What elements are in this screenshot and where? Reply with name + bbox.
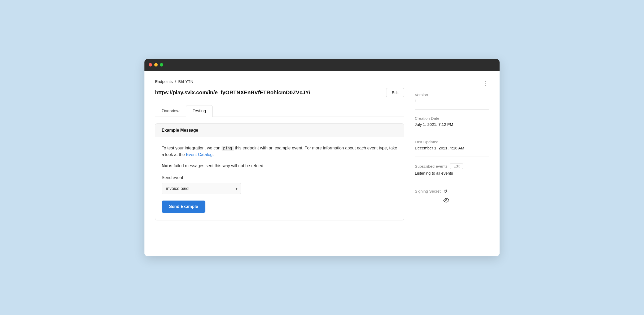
event-type-select-wrapper: invoice.paid invoice.failed order.create… (162, 183, 241, 194)
ping-code: ping (222, 146, 234, 151)
endpoint-header: https://play.svix.com/in/e_fyORTNXEnRVfE… (155, 88, 404, 97)
svg-point-0 (445, 199, 447, 201)
secret-dots: ············ (415, 198, 440, 203)
card-header: Example Message (155, 124, 404, 137)
event-catalog-link[interactable]: Event Catalog (186, 152, 213, 157)
version-label: Version (415, 92, 489, 97)
tabs-container: Overview Testing (155, 105, 404, 117)
version-section: Version 1 (415, 92, 489, 110)
refresh-icon[interactable]: ↺ (443, 188, 447, 194)
creation-date-value: July 1, 2021, 7:12 PM (415, 122, 489, 127)
signing-secret-section: Signing Secret ↺ ············ (415, 188, 489, 211)
subscribed-events-label: Subscribed events (415, 164, 447, 168)
description-text: To test your integration, we can ping th… (162, 145, 398, 158)
app-window: Endpoints / BhhYTN https://play.svix.com… (144, 59, 500, 256)
event-type-select[interactable]: invoice.paid invoice.failed order.create… (162, 183, 241, 194)
last-updated-value: December 1, 2021, 4:16 AM (415, 146, 489, 150)
subscribed-header: Subscribed events Edit (415, 163, 489, 169)
creation-date-label: Creation Date (415, 116, 489, 121)
endpoint-url: https://play.svix.com/in/e_fyORTNXEnRVfE… (155, 90, 310, 96)
side-panel: ⋮ Version 1 Creation Date July 1, 2021, … (415, 79, 489, 248)
card-body: To test your integration, we can ping th… (155, 137, 404, 220)
example-message-card: Example Message To test your integration… (155, 123, 404, 221)
window-content: Endpoints / BhhYTN https://play.svix.com… (144, 71, 500, 256)
breadcrumb-separator: / (175, 79, 176, 84)
version-value: 1 (415, 99, 489, 103)
last-updated-section: Last Updated December 1, 2021, 4:16 AM (415, 140, 489, 157)
send-example-button[interactable]: Send Example (162, 201, 205, 213)
eye-icon[interactable] (443, 197, 449, 205)
send-event-label: Send event (162, 175, 398, 180)
card-title: Example Message (162, 128, 198, 132)
maximize-button[interactable] (160, 63, 163, 66)
signing-secret-header: Signing Secret ↺ (415, 188, 489, 194)
subscribed-events-value: Listening to all events (415, 171, 489, 175)
secret-row: ············ (415, 197, 489, 205)
last-updated-label: Last Updated (415, 140, 489, 144)
breadcrumb-current: BhhYTN (178, 79, 193, 84)
breadcrumb-parent[interactable]: Endpoints (155, 79, 173, 84)
side-panel-header: ⋮ (415, 80, 489, 87)
edit-endpoint-button[interactable]: Edit (386, 88, 404, 97)
title-bar (144, 59, 500, 71)
creation-date-section: Creation Date July 1, 2021, 7:12 PM (415, 116, 489, 133)
more-options-icon[interactable]: ⋮ (483, 80, 489, 87)
main-panel: Endpoints / BhhYTN https://play.svix.com… (155, 79, 404, 248)
minimize-button[interactable] (154, 63, 158, 66)
note-text: Note: failed messages sent this way will… (162, 162, 398, 169)
breadcrumb: Endpoints / BhhYTN (155, 79, 404, 84)
subscribed-events-section: Subscribed events Edit Listening to all … (415, 163, 489, 182)
signing-secret-label: Signing Secret (415, 189, 441, 193)
tab-testing[interactable]: Testing (186, 105, 213, 117)
subscribed-events-edit-button[interactable]: Edit (450, 163, 463, 169)
tab-overview[interactable]: Overview (155, 105, 186, 117)
close-button[interactable] (149, 63, 152, 66)
